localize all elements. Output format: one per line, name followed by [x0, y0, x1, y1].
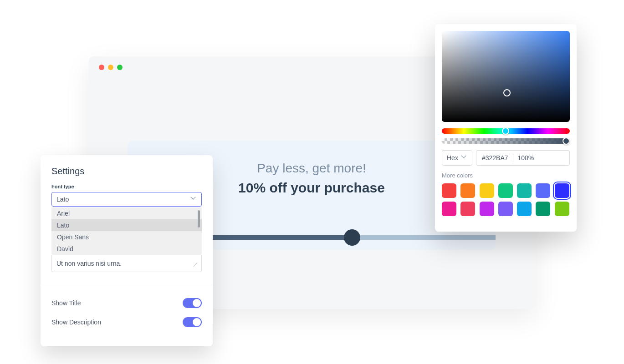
- progress-knob[interactable]: [344, 229, 360, 246]
- color-format-value: Hex: [447, 154, 458, 162]
- color-swatch[interactable]: [536, 202, 550, 216]
- show-description-toggle[interactable]: [183, 317, 202, 327]
- swatch-grid: [442, 183, 570, 216]
- maximize-traffic-light[interactable]: [117, 65, 123, 70]
- show-title-row: Show Title: [41, 293, 213, 313]
- color-swatch[interactable]: [480, 202, 494, 216]
- font-type-selected-value: Lato: [56, 196, 69, 203]
- color-swatch[interactable]: [536, 183, 550, 198]
- color-swatch[interactable]: [555, 202, 569, 216]
- font-dropdown-list: Ariel Lato Open Sans David: [51, 207, 202, 255]
- color-swatch[interactable]: [480, 183, 494, 198]
- color-format-select[interactable]: Hex: [442, 150, 472, 166]
- show-title-label: Show Title: [51, 299, 81, 307]
- hue-slider[interactable]: [442, 128, 570, 134]
- color-swatch[interactable]: [442, 183, 456, 198]
- color-swatch[interactable]: [517, 202, 532, 216]
- show-description-row: Show Description: [41, 313, 213, 332]
- show-title-toggle[interactable]: [183, 298, 202, 308]
- banner-subtitle: 10% off your purchase: [238, 180, 385, 196]
- color-picker-panel: Hex #322BA7 100% More colors: [435, 24, 577, 232]
- settings-title: Settings: [41, 166, 213, 184]
- color-swatch[interactable]: [498, 202, 513, 216]
- font-type-select[interactable]: Lato: [51, 192, 202, 207]
- color-swatch[interactable]: [517, 183, 532, 198]
- font-option-open-sans[interactable]: Open Sans: [51, 231, 202, 243]
- opacity-value: 100%: [518, 154, 534, 162]
- alpha-slider[interactable]: [442, 138, 570, 144]
- color-swatch[interactable]: [442, 202, 456, 216]
- banner-title: Pay less, get more!: [257, 161, 366, 176]
- chevron-down-icon: [191, 197, 197, 202]
- dropdown-scrollbar[interactable]: [198, 210, 200, 228]
- show-description-label: Show Description: [51, 318, 101, 326]
- resize-handle-icon[interactable]: [191, 261, 197, 266]
- hex-value: #322BA7: [482, 154, 508, 162]
- textarea-value: Ut non varius nisi urna.: [56, 260, 122, 267]
- more-colors-label: More colors: [442, 172, 570, 179]
- description-textarea[interactable]: Ut non varius nisi urna.: [51, 255, 202, 272]
- hex-divider: [513, 154, 513, 162]
- chevron-down-icon: [462, 155, 467, 161]
- color-inputs-row: Hex #322BA7 100%: [442, 150, 570, 166]
- gradient-cursor[interactable]: [503, 89, 511, 96]
- font-type-label: Font type: [41, 184, 213, 192]
- color-swatch[interactable]: [498, 183, 513, 198]
- font-option-ariel[interactable]: Ariel: [51, 207, 202, 219]
- color-swatch[interactable]: [460, 183, 475, 198]
- alpha-cursor[interactable]: [563, 137, 570, 145]
- color-gradient-area[interactable]: [442, 31, 570, 122]
- color-swatch[interactable]: [555, 183, 569, 198]
- settings-panel: Settings Font type Lato Ariel Lato Open …: [41, 155, 213, 346]
- minimize-traffic-light[interactable]: [108, 65, 113, 70]
- hue-cursor[interactable]: [502, 127, 509, 135]
- font-option-lato[interactable]: Lato: [51, 219, 202, 231]
- color-swatch[interactable]: [460, 202, 475, 216]
- close-traffic-light[interactable]: [99, 65, 104, 70]
- hex-input[interactable]: #322BA7 100%: [476, 150, 570, 166]
- progress-remaining: [352, 235, 496, 240]
- divider: [41, 285, 213, 285]
- font-option-david[interactable]: David: [51, 243, 202, 255]
